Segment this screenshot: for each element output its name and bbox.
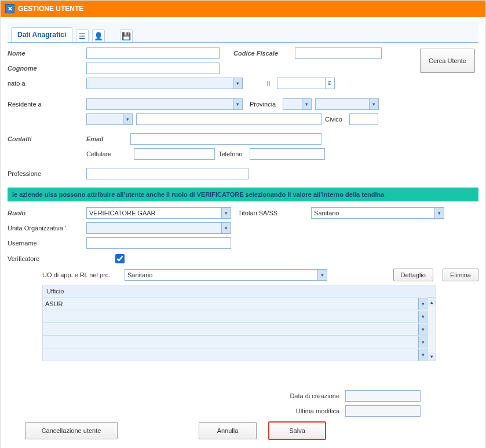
chevron-down-icon[interactable]: ▾	[418, 311, 427, 322]
nome-label: Nome	[8, 50, 83, 57]
scroll-up-icon[interactable]: ▴	[428, 298, 436, 306]
telefono-label: Telefono	[218, 150, 243, 157]
chevron-down-icon[interactable]: ▾	[221, 208, 231, 218]
email-input[interactable]	[130, 133, 321, 145]
cognome-input[interactable]	[86, 63, 220, 74]
chevron-down-icon[interactable]: ▾	[233, 78, 242, 89]
professione-label: Professione	[8, 170, 83, 177]
cap-combo[interactable]: ▾	[86, 113, 133, 125]
cellulare-label: Cellulare	[86, 150, 127, 157]
chevron-down-icon[interactable]: ▾	[221, 223, 231, 233]
cerca-utente-button[interactable]: Cerca Utente	[420, 49, 475, 73]
civico-input[interactable]	[349, 113, 378, 125]
via-input[interactable]	[136, 113, 321, 125]
cognome-label: Cognome	[8, 65, 83, 72]
unita-org-label: Unita Organizzativa '	[8, 225, 83, 232]
dettaglio-button[interactable]: Dettaglio	[393, 269, 433, 281]
provincia-txt-combo[interactable]: ▾	[315, 98, 379, 110]
grid-scrollbar[interactable]: ▴ ▾	[428, 298, 436, 361]
email-label: Email	[86, 135, 127, 142]
ultima-modifica-label: Ultima modifica	[296, 407, 339, 414]
info-banner: le aziende ulss possono attribuire all'u…	[8, 188, 478, 201]
ruolo-label: Ruolo	[8, 210, 83, 216]
grid-row[interactable]: ▾	[42, 310, 428, 323]
data-creazione-label: Data di creazione	[290, 392, 339, 399]
data-creazione-field	[345, 390, 421, 402]
grid-row[interactable]: ▾	[42, 336, 428, 348]
nome-input[interactable]	[86, 47, 220, 59]
calendar-icon[interactable]: 🗓	[325, 78, 334, 89]
chevron-down-icon[interactable]: ▾	[123, 114, 132, 124]
provincia-label: Provincia	[250, 101, 276, 108]
cellulare-input[interactable]	[134, 148, 215, 160]
residente-a-label: Residente a	[8, 101, 83, 108]
window-title: GESTIONE UTENTE	[18, 5, 83, 13]
user-icon[interactable]: 👤	[92, 30, 105, 42]
chevron-down-icon[interactable]: ▾	[233, 99, 242, 109]
titolari-combo[interactable]: Sanitario ▾	[311, 207, 444, 219]
codice-fiscale-input[interactable]	[295, 47, 382, 59]
scroll-down-icon[interactable]: ▾	[428, 352, 436, 361]
grid-header-ufficio: Ufficio	[42, 285, 436, 298]
civico-label: Civico	[325, 116, 342, 123]
residente-a-combo[interactable]: ▾	[86, 98, 243, 110]
chevron-down-icon[interactable]: ▾	[369, 99, 378, 109]
il-label: il	[267, 80, 270, 87]
verificatore-label: Verificatore	[8, 255, 83, 262]
salva-button[interactable]: Salva	[268, 421, 326, 440]
codice-fiscale-label: Codice Fiscale	[233, 50, 291, 57]
chevron-down-icon[interactable]: ▾	[418, 298, 427, 310]
chevron-down-icon[interactable]: ▾	[418, 324, 427, 335]
chevron-down-icon[interactable]: ▾	[418, 349, 427, 361]
elimina-button[interactable]: Elimina	[443, 269, 478, 281]
list-icon[interactable]: ☰	[76, 30, 89, 42]
provincia-sel-combo[interactable]: ▾	[283, 98, 312, 110]
username-label: Username	[8, 240, 83, 247]
uo-app-label: UO di app. e Rl. nel prc.	[42, 271, 118, 278]
contatti-label: Contatti	[8, 135, 83, 142]
chevron-down-icon[interactable]: ▾	[302, 99, 311, 109]
cancellazione-utente-button[interactable]: Cancellazione utente	[25, 422, 118, 439]
grid-row[interactable]: ▾	[42, 323, 428, 336]
unita-org-combo[interactable]: ▾	[86, 222, 231, 234]
ruolo-combo[interactable]: VERIFICATORE GAAR ▾	[86, 207, 231, 219]
annulla-button[interactable]: Annulla	[199, 422, 257, 439]
close-icon[interactable]: ✕	[5, 4, 14, 13]
nato-a-label: nato a	[8, 80, 83, 87]
tab-dati-anagrafici[interactable]: Dati Anagrafici	[11, 27, 72, 42]
chevron-down-icon[interactable]: ▾	[434, 208, 444, 218]
chevron-down-icon[interactable]: ▾	[317, 270, 327, 280]
grid-row[interactable]: ▾	[42, 348, 428, 361]
grid-row[interactable]: ASUR ▾	[42, 298, 428, 310]
professione-input[interactable]	[86, 168, 249, 179]
verificatore-checkbox[interactable]	[115, 254, 125, 263]
username-input[interactable]	[86, 237, 231, 249]
uo-app-combo[interactable]: Sanitario ▾	[125, 269, 327, 281]
telefono-input[interactable]	[250, 148, 325, 160]
data-nascita-input[interactable]: 🗓	[277, 78, 335, 89]
nato-a-combo[interactable]: ▾	[86, 78, 243, 89]
save-icon[interactable]: 💾	[120, 30, 133, 42]
titolari-label: Titolari SA/SS	[238, 210, 277, 216]
ultima-modifica-field	[345, 405, 421, 417]
chevron-down-icon[interactable]: ▾	[418, 336, 427, 348]
